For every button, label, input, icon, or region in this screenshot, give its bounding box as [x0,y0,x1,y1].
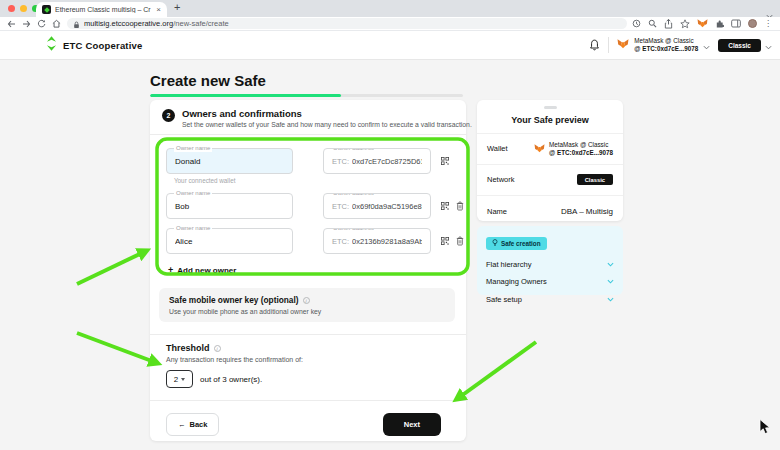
info-icon[interactable]: i [214,345,221,352]
drag-handle[interactable] [544,106,557,109]
home-icon[interactable] [52,19,61,28]
owner-address-value: 0x69f0da9aC5196e8817af39... [352,202,422,211]
lightbulb-icon [492,239,498,248]
progress-fill [150,94,341,97]
info-icon[interactable]: i [303,297,310,304]
brand-name: ETC Cooperative [63,40,143,51]
threshold-section: Threshold i Any transaction requires the… [150,335,466,388]
select-caret-icon [181,378,185,381]
tips-badge: Safe creation [486,237,547,250]
metamask-fox-icon [534,140,545,158]
owner-name-input[interactable] [175,202,284,211]
wallet-label: Wallet [487,144,508,153]
scan-qr-icon[interactable] [441,157,449,165]
owner-address-label: Owner address * [331,228,380,232]
add-new-owner-button[interactable]: + Add new owner [168,265,466,275]
bookmark-star-icon[interactable] [680,19,690,29]
site-favicon-icon [42,5,51,14]
create-safe-card: 2 Owners and confirmations Set the owner… [150,100,466,441]
header-divider [608,37,609,53]
tip-label: Safe setup [486,295,522,304]
scan-qr-icon[interactable] [441,202,449,210]
mobile-key-subtitle: Use your mobile phone as an additional o… [169,308,445,315]
owner-name-input[interactable] [175,237,284,246]
tips-badge-label: Safe creation [501,240,541,247]
next-button[interactable]: Next [383,413,441,436]
reading-list-icon[interactable] [632,19,641,28]
wallet-chevron-icon [703,36,710,54]
safe-creation-tips-card: Safe creation Flat hierarchy Managing Ow… [477,226,623,295]
owner-name-field[interactable]: Owner name [166,148,293,174]
lock-icon [73,15,80,33]
browser-toolbar: multisig.etccooperative.org/new-safe/cre… [0,17,780,31]
wallet-name: MetaMask @ Classic [634,37,698,45]
connected-wallet-chip[interactable]: MetaMask @ Classic @ ETC:0xd7cE...9078 [617,36,710,54]
preview-network-row: Network Classic [477,165,623,196]
new-tab-button[interactable]: + [174,1,180,13]
owner-address-value: 0xd7cE7cDc8725D61343a247... [352,157,422,166]
main-content: Create new Safe 2 Owners and confirmatio… [0,60,780,450]
safe-preview-card: Your Safe preview Wallet MetaMask @ Clas… [477,100,623,221]
owner-name-label: Owner name [174,190,212,197]
tip-accordion-safe-setup[interactable]: Safe setup [486,295,614,304]
threshold-select[interactable]: 2 [166,370,193,388]
search-icon[interactable] [648,19,657,28]
app-header: ETC Cooperative MetaMask @ Classic @ ETC… [0,31,780,60]
preview-name-row: Name DBA – Multisig [477,196,623,227]
preview-wallet-name: MetaMask @ Classic [549,141,613,149]
owner-address-field[interactable]: Owner address * ETC: 0x69f0da9aC5196e881… [323,193,431,219]
owner-name-input[interactable] [175,157,284,166]
minimize-window-button[interactable] [20,5,27,12]
url-path: /new-safe/create [173,19,228,28]
close-window-button[interactable] [8,5,15,12]
tab-title: Ethereum Classic multisig – Cr [55,6,152,13]
back-button[interactable]: ← Back [166,413,219,436]
owner-address-field[interactable]: Owner address * ETC: 0x2136b9281a8a9Ab21… [323,228,431,254]
threshold-subtitle: Any transaction requires the confirmatio… [166,356,450,363]
share-icon[interactable] [664,19,673,29]
threshold-value: 2 [174,375,178,384]
step-title: Owners and confirmations [182,108,472,119]
chevron-down-icon [607,260,614,269]
profile-avatar[interactable] [748,19,757,28]
notifications-bell-icon[interactable] [589,39,600,51]
owner-name-field[interactable]: Owner name [166,228,293,254]
mobile-key-title: Safe mobile owner key (optional) [169,295,299,305]
browser-menu-icon[interactable]: ⋮ [764,19,772,28]
address-bar[interactable]: multisig.etccooperative.org/new-safe/cre… [67,18,627,29]
address-prefix: ETC: [332,202,349,211]
side-panel-icon[interactable] [731,19,741,28]
owner-row: Owner name Owner address * ETC: 0x2136b9… [166,228,466,254]
owner-address-value: 0x2136b9281a8a9Ab21C6f3b... [352,237,422,246]
preview-wallet-address: @ ETC:0xd7cE...9078 [549,149,613,157]
scan-qr-icon[interactable] [441,237,449,245]
browser-tab[interactable]: Ethereum Classic multisig – Cr × [36,2,167,17]
connected-wallet-helper: Your connected wallet [174,177,466,184]
reload-icon[interactable] [37,19,46,28]
extensions-puzzle-icon[interactable] [715,19,724,28]
url-host: multisig.etccooperative.org [84,19,173,28]
tip-accordion-flat-hierarchy[interactable]: Flat hierarchy [486,260,614,269]
metamask-extension-icon[interactable] [697,19,708,29]
tab-close-icon[interactable]: × [156,6,161,14]
traffic-lights [8,5,39,12]
address-prefix: ETC: [332,237,349,246]
url-text: multisig.etccooperative.org/new-safe/cre… [84,19,229,28]
brand-home-link[interactable]: ETC Cooperative [46,36,143,55]
safe-name-value: DBA – Multisig [561,207,613,216]
delete-owner-trash-icon[interactable] [456,236,464,246]
back-nav-icon[interactable] [7,20,16,28]
tip-accordion-managing-owners[interactable]: Managing Owners [486,277,614,286]
owner-address-field[interactable]: Owner address * ETC: 0xd7cE7cDc8725D6134… [323,148,431,174]
network-selector[interactable]: Classic [718,36,772,54]
forward-nav-icon[interactable] [22,20,31,28]
owners-section: Owner name Owner address * ETC: 0xd7cE7c… [150,135,466,275]
owner-name-label: Owner name [174,225,212,232]
network-label: Network [487,175,515,184]
delete-owner-trash-icon[interactable] [456,201,464,211]
metamask-fox-icon [617,36,629,54]
wallet-address: @ ETC:0xd7cE...9078 [634,45,698,53]
threshold-suffix: out of 3 owner(s). [200,375,262,384]
owner-name-field[interactable]: Owner name [166,193,293,219]
browser-window: Ethereum Classic multisig – Cr × + [0,0,780,450]
